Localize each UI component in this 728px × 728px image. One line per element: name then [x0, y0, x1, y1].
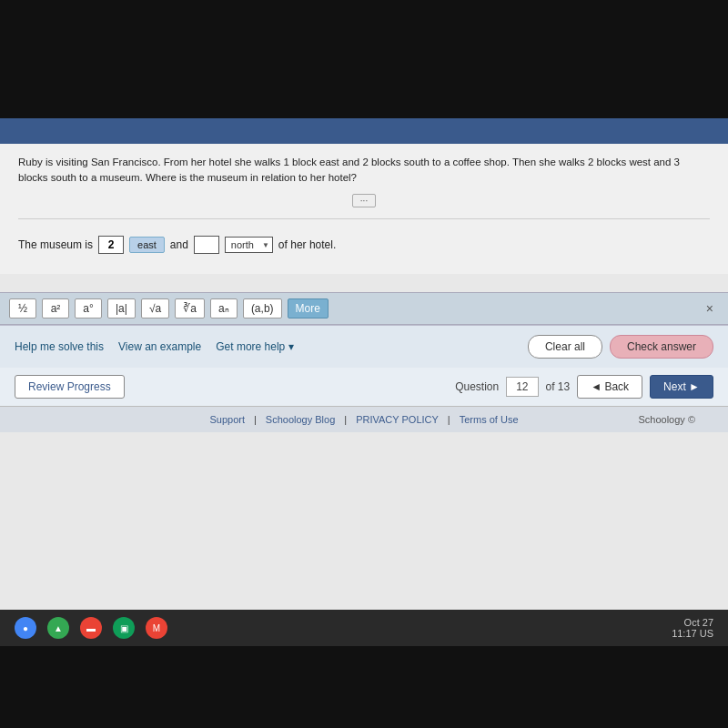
collapse-button[interactable]: ··· [352, 194, 376, 207]
content-area: Ruby is visiting San Francisco. From her… [0, 144, 728, 274]
answer-row: The museum is 2 east and north south eas… [18, 227, 710, 267]
meet-icon[interactable]: ▣ [113, 617, 135, 639]
bezel-top [0, 0, 728, 118]
clear-all-button[interactable]: Clear all [528, 335, 602, 359]
view-example-link[interactable]: View an example [118, 340, 201, 353]
nav-row: Review Progress Question 12 of 13 ◄ Back… [0, 368, 728, 406]
support-link[interactable]: Support [209, 414, 245, 425]
taskbar-time: Oct 27 11:17 US [672, 617, 713, 639]
slides-icon[interactable]: ▬ [80, 617, 102, 639]
question-text: Ruby is visiting San Francisco. From her… [18, 155, 710, 187]
taskbar-clock: 11:17 US [672, 628, 713, 639]
question-label: Question [455, 380, 499, 393]
question-number: 12 [506, 377, 538, 397]
blocks1-input[interactable]: 2 [98, 236, 124, 254]
answer-suffix: of her hotel. [278, 238, 336, 251]
footer-sep2: | [344, 414, 347, 425]
footer-sep3: | [448, 414, 450, 425]
footer: Support | Schoology Blog | PRIVACY POLIC… [0, 406, 728, 432]
footer-brand: Schoology © [638, 414, 695, 425]
terms-link[interactable]: Terms of Use [460, 414, 519, 425]
direction-select-wrapper[interactable]: north south east west [225, 237, 273, 253]
exponent-button[interactable]: a² [42, 298, 69, 318]
footer-sep1: | [254, 414, 257, 425]
math-toolbar-buttons: ½ a² a° |a| √a ∛a aₙ (a,b) More [9, 298, 329, 318]
footer-links: Support | Schoology Blog | PRIVACY POLIC… [209, 414, 518, 425]
gmail-icon[interactable]: M [146, 617, 167, 639]
cbrt-button[interactable]: ∛a [175, 298, 205, 318]
blog-link[interactable]: Schoology Blog [266, 414, 335, 425]
taskbar-icons: ● ▲ ▬ ▣ M [15, 617, 167, 639]
direction1-tag: east [129, 237, 165, 253]
divider [18, 218, 710, 219]
back-button[interactable]: ◄ Back [577, 375, 642, 399]
bottom-toolbar: Help me solve this View an example Get m… [0, 325, 728, 368]
point-button[interactable]: (a,b) [243, 298, 282, 318]
taskbar-date: Oct 27 [672, 617, 713, 628]
more-help-link[interactable]: Get more help ▾ [216, 340, 293, 353]
chrome-icon[interactable]: ● [15, 617, 36, 639]
math-toolbar: ½ a² a° |a| √a ∛a aₙ (a,b) More × [0, 292, 728, 325]
blocks2-input[interactable] [194, 236, 219, 254]
answer-prefix: The museum is [18, 238, 93, 251]
bottom-toolbar-right: Clear all Check answer [528, 335, 713, 359]
review-progress-button[interactable]: Review Progress [15, 375, 125, 399]
drive-icon[interactable]: ▲ [47, 617, 69, 639]
sqrt-button[interactable]: √a [141, 298, 169, 318]
next-button[interactable]: Next ► [650, 375, 713, 399]
taskbar: ● ▲ ▬ ▣ M Oct 27 11:17 US [0, 610, 728, 646]
question-total: of 13 [546, 380, 571, 393]
bottom-toolbar-left: Help me solve this View an example Get m… [15, 340, 294, 353]
bezel-bottom: ● ▲ ▬ ▣ M Oct 27 11:17 US [0, 610, 728, 728]
answer-connector: and [170, 238, 188, 251]
close-toolbar-button[interactable]: × [701, 299, 719, 318]
degree-button[interactable]: a° [75, 298, 102, 318]
header-bar [0, 118, 728, 144]
footer-wrapper: Support | Schoology Blog | PRIVACY POLIC… [15, 414, 713, 425]
more-button[interactable]: More [288, 298, 329, 318]
subscript-button[interactable]: aₙ [210, 298, 238, 318]
nav-controls: Question 12 of 13 ◄ Back Next ► [455, 375, 713, 399]
direction-select[interactable]: north south east west [225, 237, 273, 253]
privacy-link[interactable]: PRIVACY POLICY [356, 414, 439, 425]
fraction-button[interactable]: ½ [9, 298, 36, 318]
help-solve-link[interactable]: Help me solve this [15, 340, 104, 353]
check-answer-button[interactable]: Check answer [610, 335, 713, 359]
screen: Ruby is visiting San Francisco. From her… [0, 118, 728, 610]
absolute-button[interactable]: |a| [107, 298, 136, 318]
